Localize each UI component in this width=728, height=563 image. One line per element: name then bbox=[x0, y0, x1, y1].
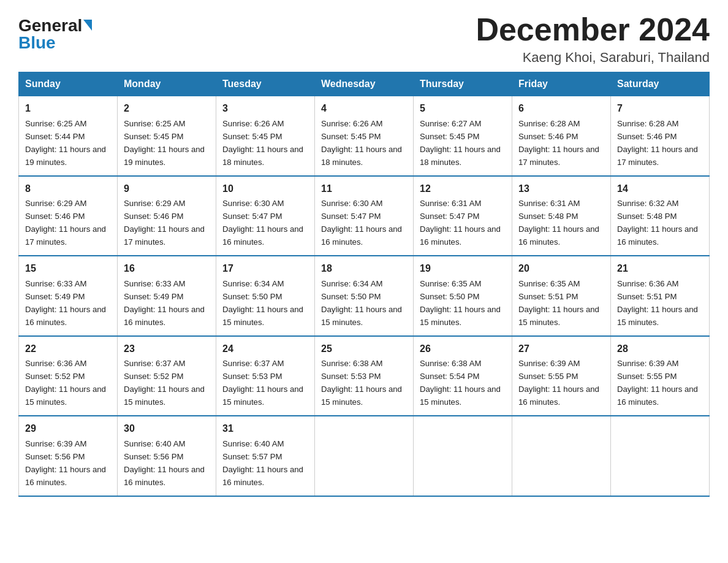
header-row: Sunday Monday Tuesday Wednesday Thursday… bbox=[19, 72, 710, 96]
calendar-cell: 3 Sunrise: 6:26 AMSunset: 5:45 PMDayligh… bbox=[216, 96, 315, 176]
day-info: Sunrise: 6:37 AMSunset: 5:53 PMDaylight:… bbox=[222, 359, 303, 407]
col-tuesday: Tuesday bbox=[216, 72, 315, 96]
calendar-week-row: 8 Sunrise: 6:29 AMSunset: 5:46 PMDayligh… bbox=[19, 176, 710, 256]
calendar-cell: 25 Sunrise: 6:38 AMSunset: 5:53 PMDaylig… bbox=[315, 336, 414, 416]
col-friday: Friday bbox=[512, 72, 611, 96]
day-info: Sunrise: 6:31 AMSunset: 5:47 PMDaylight:… bbox=[420, 199, 501, 247]
col-saturday: Saturday bbox=[611, 72, 710, 96]
day-number: 9 bbox=[124, 182, 210, 197]
day-number: 6 bbox=[518, 101, 604, 117]
day-number: 25 bbox=[321, 342, 407, 357]
day-info: Sunrise: 6:35 AMSunset: 5:50 PMDaylight:… bbox=[420, 279, 501, 327]
calendar-cell bbox=[315, 416, 414, 496]
day-number: 1 bbox=[25, 101, 111, 117]
calendar-cell: 17 Sunrise: 6:34 AMSunset: 5:50 PMDaylig… bbox=[216, 256, 315, 335]
day-number: 29 bbox=[25, 421, 111, 437]
calendar-cell: 12 Sunrise: 6:31 AMSunset: 5:47 PMDaylig… bbox=[414, 176, 512, 256]
day-info: Sunrise: 6:34 AMSunset: 5:50 PMDaylight:… bbox=[321, 279, 402, 327]
day-number: 26 bbox=[420, 342, 506, 357]
col-thursday: Thursday bbox=[414, 72, 512, 96]
day-info: Sunrise: 6:33 AMSunset: 5:49 PMDaylight:… bbox=[25, 279, 106, 327]
day-number: 24 bbox=[222, 342, 308, 357]
day-number: 16 bbox=[124, 261, 210, 277]
calendar-week-row: 29 Sunrise: 6:39 AMSunset: 5:56 PMDaylig… bbox=[19, 416, 710, 496]
calendar-cell bbox=[512, 416, 611, 496]
calendar-cell: 31 Sunrise: 6:40 AMSunset: 5:57 PMDaylig… bbox=[216, 416, 315, 496]
calendar-cell: 26 Sunrise: 6:38 AMSunset: 5:54 PMDaylig… bbox=[414, 336, 512, 416]
calendar-cell: 21 Sunrise: 6:36 AMSunset: 5:51 PMDaylig… bbox=[611, 256, 710, 335]
calendar-cell: 18 Sunrise: 6:34 AMSunset: 5:50 PMDaylig… bbox=[315, 256, 414, 335]
day-info: Sunrise: 6:36 AMSunset: 5:51 PMDaylight:… bbox=[617, 279, 698, 327]
col-sunday: Sunday bbox=[19, 72, 118, 96]
calendar-cell: 7 Sunrise: 6:28 AMSunset: 5:46 PMDayligh… bbox=[611, 96, 710, 176]
day-number: 2 bbox=[124, 101, 210, 117]
day-number: 21 bbox=[617, 261, 703, 277]
page-header: General Blue December 2024 Kaeng Khoi, S… bbox=[18, 12, 710, 66]
calendar-cell: 10 Sunrise: 6:30 AMSunset: 5:47 PMDaylig… bbox=[216, 176, 315, 256]
calendar-cell: 19 Sunrise: 6:35 AMSunset: 5:50 PMDaylig… bbox=[414, 256, 512, 335]
calendar-cell: 20 Sunrise: 6:35 AMSunset: 5:51 PMDaylig… bbox=[512, 256, 611, 335]
calendar-week-row: 1 Sunrise: 6:25 AMSunset: 5:44 PMDayligh… bbox=[19, 96, 710, 176]
col-monday: Monday bbox=[118, 72, 216, 96]
day-info: Sunrise: 6:25 AMSunset: 5:45 PMDaylight:… bbox=[124, 119, 205, 167]
day-number: 27 bbox=[518, 342, 604, 357]
day-number: 28 bbox=[617, 342, 703, 357]
day-info: Sunrise: 6:39 AMSunset: 5:55 PMDaylight:… bbox=[518, 359, 599, 407]
day-info: Sunrise: 6:37 AMSunset: 5:52 PMDaylight:… bbox=[124, 359, 205, 407]
calendar-cell: 5 Sunrise: 6:27 AMSunset: 5:45 PMDayligh… bbox=[414, 96, 512, 176]
day-info: Sunrise: 6:29 AMSunset: 5:46 PMDaylight:… bbox=[124, 199, 205, 247]
calendar-header: Sunday Monday Tuesday Wednesday Thursday… bbox=[19, 72, 710, 96]
day-number: 8 bbox=[25, 182, 111, 197]
day-number: 20 bbox=[518, 261, 604, 277]
day-info: Sunrise: 6:34 AMSunset: 5:50 PMDaylight:… bbox=[222, 279, 303, 327]
day-info: Sunrise: 6:38 AMSunset: 5:53 PMDaylight:… bbox=[321, 359, 402, 407]
day-number: 10 bbox=[222, 182, 308, 197]
day-info: Sunrise: 6:28 AMSunset: 5:46 PMDaylight:… bbox=[617, 119, 698, 167]
calendar-week-row: 22 Sunrise: 6:36 AMSunset: 5:52 PMDaylig… bbox=[19, 336, 710, 416]
day-info: Sunrise: 6:25 AMSunset: 5:44 PMDaylight:… bbox=[25, 119, 106, 167]
calendar-week-row: 15 Sunrise: 6:33 AMSunset: 5:49 PMDaylig… bbox=[19, 256, 710, 335]
day-info: Sunrise: 6:40 AMSunset: 5:57 PMDaylight:… bbox=[222, 439, 303, 487]
day-info: Sunrise: 6:38 AMSunset: 5:54 PMDaylight:… bbox=[420, 359, 501, 407]
day-info: Sunrise: 6:40 AMSunset: 5:56 PMDaylight:… bbox=[124, 439, 205, 487]
day-number: 7 bbox=[617, 101, 703, 117]
logo-blue-text: Blue bbox=[18, 33, 56, 52]
day-number: 31 bbox=[222, 421, 308, 437]
day-number: 12 bbox=[420, 182, 506, 197]
day-number: 17 bbox=[222, 261, 308, 277]
day-info: Sunrise: 6:26 AMSunset: 5:45 PMDaylight:… bbox=[321, 119, 402, 167]
day-info: Sunrise: 6:32 AMSunset: 5:48 PMDaylight:… bbox=[617, 199, 698, 247]
calendar-cell: 2 Sunrise: 6:25 AMSunset: 5:45 PMDayligh… bbox=[118, 96, 216, 176]
calendar-cell: 14 Sunrise: 6:32 AMSunset: 5:48 PMDaylig… bbox=[611, 176, 710, 256]
calendar-cell: 13 Sunrise: 6:31 AMSunset: 5:48 PMDaylig… bbox=[512, 176, 611, 256]
day-info: Sunrise: 6:39 AMSunset: 5:56 PMDaylight:… bbox=[25, 439, 106, 487]
day-number: 30 bbox=[124, 421, 210, 437]
day-number: 14 bbox=[617, 182, 703, 197]
day-info: Sunrise: 6:35 AMSunset: 5:51 PMDaylight:… bbox=[518, 279, 599, 327]
title-block: December 2024 Kaeng Khoi, Saraburi, Thai… bbox=[476, 12, 710, 66]
logo-arrow-icon bbox=[83, 20, 92, 31]
logo-general-text: General bbox=[18, 17, 82, 34]
logo: General Blue bbox=[18, 17, 92, 52]
day-number: 11 bbox=[321, 182, 407, 197]
calendar-cell: 4 Sunrise: 6:26 AMSunset: 5:45 PMDayligh… bbox=[315, 96, 414, 176]
calendar-cell: 30 Sunrise: 6:40 AMSunset: 5:56 PMDaylig… bbox=[118, 416, 216, 496]
calendar-cell: 23 Sunrise: 6:37 AMSunset: 5:52 PMDaylig… bbox=[118, 336, 216, 416]
calendar-cell: 27 Sunrise: 6:39 AMSunset: 5:55 PMDaylig… bbox=[512, 336, 611, 416]
col-wednesday: Wednesday bbox=[315, 72, 414, 96]
day-number: 5 bbox=[420, 101, 506, 117]
calendar-cell: 29 Sunrise: 6:39 AMSunset: 5:56 PMDaylig… bbox=[19, 416, 118, 496]
day-info: Sunrise: 6:36 AMSunset: 5:52 PMDaylight:… bbox=[25, 359, 106, 407]
calendar-cell: 22 Sunrise: 6:36 AMSunset: 5:52 PMDaylig… bbox=[19, 336, 118, 416]
day-number: 23 bbox=[124, 342, 210, 357]
day-info: Sunrise: 6:30 AMSunset: 5:47 PMDaylight:… bbox=[321, 199, 402, 247]
day-info: Sunrise: 6:30 AMSunset: 5:47 PMDaylight:… bbox=[222, 199, 303, 247]
calendar-cell: 1 Sunrise: 6:25 AMSunset: 5:44 PMDayligh… bbox=[19, 96, 118, 176]
day-info: Sunrise: 6:27 AMSunset: 5:45 PMDaylight:… bbox=[420, 119, 501, 167]
day-number: 4 bbox=[321, 101, 407, 117]
calendar-cell: 16 Sunrise: 6:33 AMSunset: 5:49 PMDaylig… bbox=[118, 256, 216, 335]
calendar-cell: 28 Sunrise: 6:39 AMSunset: 5:55 PMDaylig… bbox=[611, 336, 710, 416]
calendar-cell bbox=[611, 416, 710, 496]
day-number: 13 bbox=[518, 182, 604, 197]
calendar-table: Sunday Monday Tuesday Wednesday Thursday… bbox=[18, 72, 710, 496]
